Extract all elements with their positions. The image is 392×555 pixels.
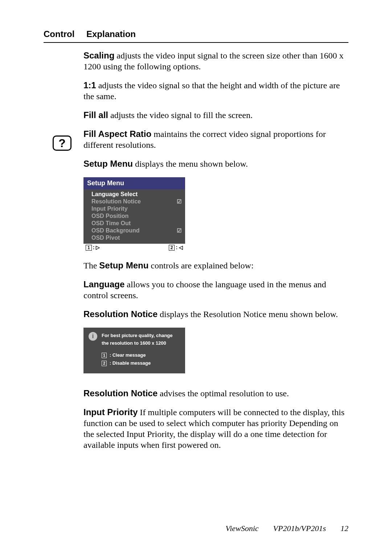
after-setup-paragraph: The Setup Menu controls are explained be… <box>83 260 348 271</box>
exit-arrow-icon: : ◁ <box>176 244 183 250</box>
osd-item-osd-time-out: OSD Time Out <box>91 220 181 227</box>
scaling-term: Scaling <box>83 50 114 60</box>
osd-item-label: OSD Pivot <box>91 235 120 241</box>
header-explanation: Explanation <box>86 29 136 39</box>
fill-aspect-term: Fill Aspect Ratio <box>83 129 151 139</box>
resolution-notice-expl-paragraph: Resolution Notice advises the optimal re… <box>83 388 348 399</box>
after-setup-term: Setup Menu <box>99 260 148 270</box>
one-one-term: 1:1 <box>83 80 96 90</box>
osd-item-label: OSD Position <box>91 213 128 219</box>
key-1-icon: 1 <box>86 245 92 251</box>
osd-list: Language Select Resolution Notice☑ Input… <box>83 189 185 244</box>
footer-model: VP201b/VP201s <box>273 524 326 533</box>
fill-all-term: Fill all <box>83 110 108 120</box>
osd-footer: 1: ▷ 2: ◁ <box>83 244 185 251</box>
osd-item-label: Language Select <box>91 191 138 198</box>
scaling-paragraph: Scaling adjusts the video input signal t… <box>83 50 348 72</box>
resolution-notice-intro-paragraph: Resolution Notice displays the Resolutio… <box>83 309 348 320</box>
osd-item-osd-background: OSD Background☑ <box>91 227 181 234</box>
setup-intro-term: Setup Menu <box>83 159 133 169</box>
setup-menu-osd: Setup Menu Language Select Resolution No… <box>83 177 185 251</box>
osd-footer-right: 2: ◁ <box>169 244 183 251</box>
osd-footer-left: 1: ▷ <box>86 244 100 251</box>
osd-item-language-select: Language Select <box>91 191 181 198</box>
footer-page-number: 12 <box>340 524 348 533</box>
info-icon: i <box>89 332 97 341</box>
check-icon: ☑ <box>177 198 181 205</box>
setup-intro-paragraph: Setup Menu displays the menu shown below… <box>83 158 348 169</box>
page-footer: ViewSonic VP201b/VP201s 12 <box>225 524 348 533</box>
osd-item-osd-position: OSD Position <box>91 212 181 220</box>
fill-aspect-paragraph: Fill Aspect Ratio maintains the correct … <box>83 129 348 150</box>
osd-title: Setup Menu <box>83 177 185 189</box>
setup-intro-text: displays the menu shown below. <box>133 159 248 169</box>
notice-top: i For best picture quality, change the r… <box>89 332 180 347</box>
after-setup-pre: The <box>83 261 99 270</box>
table-header: Control Explanation <box>44 29 348 43</box>
notice-action-clear: 1 : Clear message <box>102 352 180 358</box>
scaling-text: adjusts the video input signal to the sc… <box>83 51 344 71</box>
osd-item-osd-pivot: OSD Pivot <box>91 234 181 242</box>
document-page: Control Explanation ? Scaling adjusts th… <box>0 0 392 480</box>
osd-item-label: Resolution Notice <box>91 198 141 205</box>
language-paragraph: Language allows you to choose the langua… <box>83 279 348 301</box>
notice-action-disable: 2 : Disable message <box>102 360 180 366</box>
key-2-icon: 2 <box>102 361 107 366</box>
osd-item-label: Input Priority <box>91 206 128 212</box>
language-term: Language <box>83 279 124 289</box>
input-priority-term: Input Priority <box>83 407 138 417</box>
after-setup-post: controls are explained below: <box>148 261 253 270</box>
key-1-icon: 1 <box>102 353 107 358</box>
notice-action-disable-label: : Disable message <box>108 360 151 366</box>
resolution-notice-intro-text: displays the Resolution Notice menu show… <box>158 309 338 319</box>
key-2-icon: 2 <box>169 245 175 251</box>
check-icon: ☑ <box>177 227 181 234</box>
question-mark-icon: ? <box>53 135 72 151</box>
header-control: Control <box>44 29 76 39</box>
notice-actions: 1 : Clear message 2 : Disable message <box>89 352 180 366</box>
fill-all-text: adjusts the video signal to fill the scr… <box>108 110 253 120</box>
control-icon-cell: ? <box>53 135 72 151</box>
one-one-text: adjusts the video signal so that the hei… <box>83 81 340 101</box>
notice-line-1: For best picture quality, change <box>102 332 173 340</box>
input-priority-paragraph: Input Priority If multiple computers wil… <box>83 407 348 450</box>
resolution-notice-expl-text: advises the optimal resolution to use. <box>158 389 289 398</box>
notice-line-2: the resolution to 1600 x 1200 <box>102 340 173 347</box>
osd-item-resolution-notice: Resolution Notice☑ <box>91 198 181 205</box>
enter-arrow-icon: : ▷ <box>93 244 100 250</box>
osd-item-label: OSD Time Out <box>91 220 131 227</box>
footer-brand: ViewSonic <box>225 524 258 533</box>
notice-action-clear-label: : Clear message <box>108 352 146 358</box>
resolution-notice-osd: i For best picture quality, change the r… <box>83 328 185 373</box>
resolution-notice-expl-term: Resolution Notice <box>83 388 158 398</box>
one-one-paragraph: 1:1 adjusts the video signal so that the… <box>83 80 348 102</box>
notice-message: For best picture quality, change the res… <box>102 332 173 347</box>
resolution-notice-intro-term: Resolution Notice <box>83 309 158 319</box>
fill-all-paragraph: Fill all adjusts the video signal to fil… <box>83 110 348 121</box>
osd-item-input-priority: Input Priority <box>91 205 181 212</box>
osd-item-label: OSD Background <box>91 227 139 234</box>
explanation-column: Scaling adjusts the video input signal t… <box>83 50 348 450</box>
